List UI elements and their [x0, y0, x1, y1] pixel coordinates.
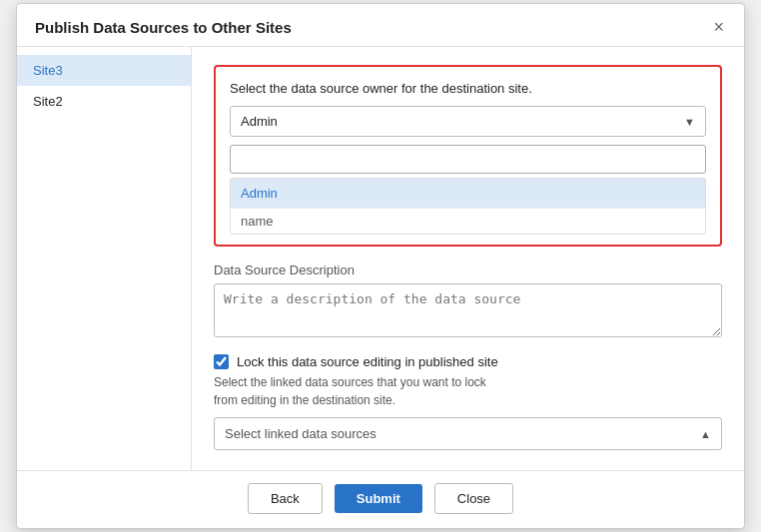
dialog-title: Publish Data Sources to Other Sites — [35, 19, 292, 36]
linked-sources-dropdown-button[interactable]: Select linked data sources ▲ — [214, 417, 722, 450]
owner-search-input[interactable] — [235, 148, 701, 171]
owner-label: Select the data source owner for the des… — [230, 81, 706, 96]
lock-section: Lock this data source editing in publish… — [214, 354, 722, 450]
description-section: Data Source Description — [214, 263, 722, 340]
sidebar: Site3 Site2 — [17, 47, 192, 470]
owner-dropdown-list: Admin name — [230, 178, 706, 235]
sidebar-item-site3[interactable]: Site3 — [17, 55, 191, 86]
lock-row: Lock this data source editing in publish… — [214, 354, 722, 369]
back-button[interactable]: Back — [248, 483, 323, 514]
linked-sources-label: Select linked data sources — [225, 426, 377, 441]
lock-checkbox[interactable] — [214, 354, 229, 369]
description-label: Data Source Description — [214, 263, 722, 277]
owner-list-item-admin[interactable]: Admin — [231, 179, 705, 208]
close-button[interactable]: Close — [434, 483, 513, 514]
owner-search-wrap — [230, 145, 706, 174]
dialog: Publish Data Sources to Other Sites × Si… — [16, 3, 745, 529]
dialog-body: Site3 Site2 Select the data source owner… — [17, 47, 744, 470]
owner-list-item-name[interactable]: name — [231, 208, 705, 234]
lock-description: Select the linked data sources that you … — [214, 373, 722, 409]
owner-dropdown-button[interactable]: Admin ▼ — [230, 106, 706, 137]
submit-button[interactable]: Submit — [335, 484, 422, 513]
dialog-footer: Back Submit Close — [17, 470, 744, 528]
description-textarea[interactable] — [214, 283, 722, 337]
lock-label: Lock this data source editing in publish… — [237, 354, 498, 369]
dialog-close-button[interactable]: × — [711, 18, 726, 36]
owner-dropdown-arrow: ▼ — [684, 116, 695, 128]
owner-selected-value: Admin — [241, 114, 278, 129]
dialog-header: Publish Data Sources to Other Sites × — [17, 4, 744, 47]
owner-section: Select the data source owner for the des… — [214, 65, 722, 247]
linked-sources-arrow: ▲ — [700, 428, 711, 440]
main-content: Select the data source owner for the des… — [192, 47, 744, 470]
sidebar-item-site2[interactable]: Site2 — [17, 86, 191, 117]
